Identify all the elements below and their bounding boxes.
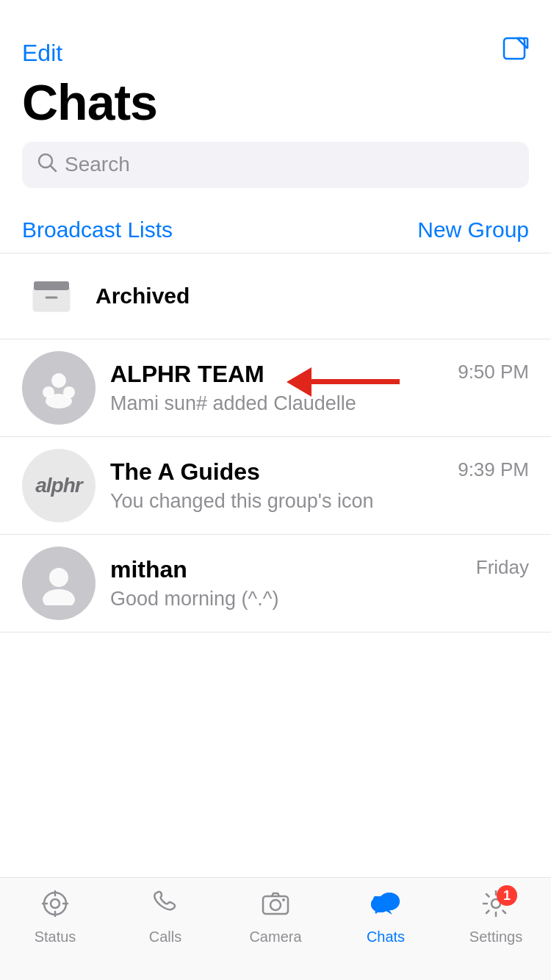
svg-point-16 bbox=[51, 899, 60, 908]
calls-icon bbox=[151, 890, 179, 924]
status-icon bbox=[41, 890, 69, 924]
edit-button[interactable]: Edit bbox=[22, 40, 62, 67]
chat-time: 9:50 PM bbox=[458, 361, 529, 383]
chat-info: The A Guides 9:39 PM You changed this gr… bbox=[110, 458, 529, 513]
svg-point-14 bbox=[43, 589, 75, 605]
chat-preview: You changed this group's icon bbox=[110, 490, 373, 512]
chat-name-row: mithan Friday bbox=[110, 556, 529, 583]
tab-label-chats: Chats bbox=[367, 929, 405, 945]
header: Edit Chats Search bbox=[0, 0, 551, 210]
chat-info: mithan Friday Good morning (^.^) bbox=[110, 556, 529, 610]
avatar bbox=[22, 547, 96, 620]
svg-line-5 bbox=[51, 166, 56, 171]
tab-item-status[interactable]: Status bbox=[0, 890, 110, 945]
settings-icon: 1 bbox=[482, 890, 510, 924]
camera-icon bbox=[262, 890, 289, 924]
tab-label-camera: Camera bbox=[249, 929, 301, 945]
chat-name: The A Guides bbox=[110, 458, 260, 486]
chat-row[interactable]: ALPHR TEAM 9:50 PM Mami sun# added Claud… bbox=[0, 339, 551, 437]
svg-point-9 bbox=[51, 373, 66, 388]
tab-label-status: Status bbox=[35, 929, 76, 945]
broadcast-lists-button[interactable]: Broadcast Lists bbox=[22, 217, 173, 242]
new-group-button[interactable]: New Group bbox=[417, 217, 529, 242]
chat-time: 9:39 PM bbox=[458, 458, 529, 481]
chat-time: Friday bbox=[476, 556, 529, 579]
header-top: Edit bbox=[22, 37, 529, 69]
avatar bbox=[22, 351, 96, 425]
search-placeholder: Search bbox=[65, 153, 130, 176]
red-arrow-annotation bbox=[287, 367, 400, 397]
tab-label-settings: Settings bbox=[469, 929, 522, 945]
actions-row: Broadcast Lists New Group bbox=[0, 210, 551, 253]
chat-name: mithan bbox=[110, 556, 187, 583]
chat-name: ALPHR TEAM bbox=[110, 361, 264, 388]
page-title: Chats bbox=[22, 75, 529, 130]
tab-item-camera[interactable]: Camera bbox=[220, 890, 331, 945]
chats-icon bbox=[370, 890, 401, 924]
chat-row[interactable]: mithan Friday Good morning (^.^) bbox=[0, 535, 551, 633]
archived-row[interactable]: Archived bbox=[0, 253, 551, 339]
avatar: alphr bbox=[22, 449, 96, 522]
search-bar[interactable]: Search bbox=[22, 142, 529, 188]
chat-list: Archived ALPHR TEAM 9:50 PM Mami sun# ad… bbox=[0, 253, 551, 633]
svg-point-12 bbox=[46, 394, 72, 408]
svg-point-23 bbox=[282, 898, 285, 901]
chat-name-row: The A Guides 9:39 PM bbox=[110, 458, 529, 486]
chat-row[interactable]: alphr The A Guides 9:39 PM You changed t… bbox=[0, 437, 551, 535]
svg-line-3 bbox=[517, 38, 527, 48]
tab-item-calls[interactable]: Calls bbox=[110, 890, 220, 945]
svg-rect-6 bbox=[34, 287, 69, 311]
svg-rect-7 bbox=[34, 281, 69, 290]
tab-item-settings[interactable]: 1 Settings bbox=[441, 890, 551, 945]
tab-item-chats[interactable]: Chats bbox=[331, 890, 441, 945]
svg-point-22 bbox=[270, 900, 281, 910]
chat-preview: Good morning (^.^) bbox=[110, 588, 278, 610]
svg-point-13 bbox=[49, 568, 68, 587]
archive-icon-wrap bbox=[22, 267, 81, 325]
archived-label: Archived bbox=[96, 284, 190, 309]
tab-label-calls: Calls bbox=[149, 929, 181, 945]
search-icon bbox=[37, 152, 57, 178]
compose-icon[interactable] bbox=[503, 37, 529, 69]
avatar-text: alphr bbox=[35, 474, 82, 497]
tab-bar: Status Calls Camera bbox=[0, 877, 551, 980]
settings-badge: 1 bbox=[497, 885, 517, 906]
